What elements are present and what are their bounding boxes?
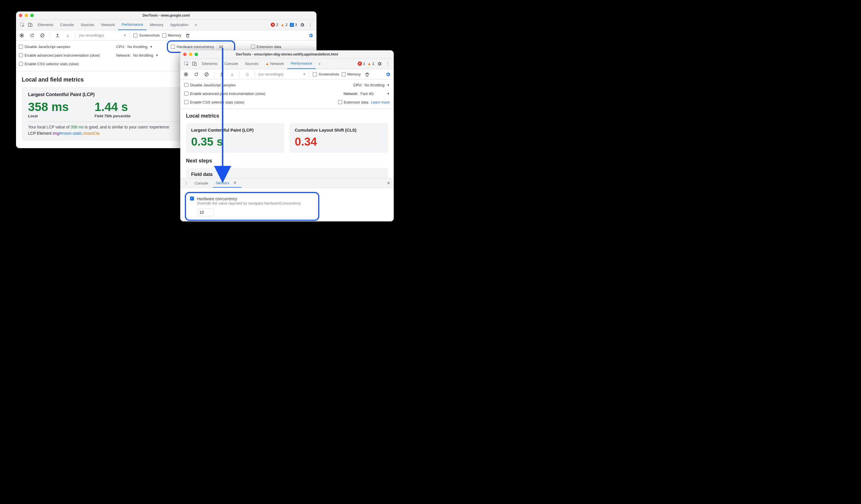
screenshots-checkbox[interactable]: Screenshots — [133, 33, 160, 38]
hardware-concurrency-checkbox[interactable]: Hardware concurrency — [171, 45, 214, 49]
tab-elements[interactable]: Elements — [199, 58, 221, 69]
tab-sources[interactable]: Sources — [77, 19, 98, 30]
lcp-local-label: Local — [28, 114, 69, 118]
maximize-icon[interactable] — [194, 53, 198, 56]
extension-data-checkbox[interactable]: Extension data — [251, 45, 281, 49]
hardware-concurrency-input[interactable]: 10 — [217, 43, 231, 50]
tab-elements[interactable]: Elements — [34, 19, 57, 30]
info-badge[interactable]: i3 — [290, 23, 297, 27]
hardware-concurrency-sensor-checkbox[interactable] — [190, 196, 194, 200]
extension-data-checkbox[interactable]: Extension data — [338, 100, 369, 104]
inspect-icon[interactable] — [182, 60, 191, 68]
memory-label: Memory — [347, 72, 361, 76]
tab-application[interactable]: Application — [167, 19, 192, 30]
reload-record-icon[interactable] — [192, 70, 200, 79]
desc-post: is good, and is similar to your users' e… — [84, 125, 169, 129]
recordings-dropdown[interactable]: (no recordings)▼ — [79, 33, 126, 38]
titlebar: DevTools - emscripten-dbg-stories.netlif… — [180, 50, 394, 58]
tab-console[interactable]: Console — [57, 19, 77, 30]
svg-rect-9 — [194, 63, 196, 66]
close-icon[interactable] — [19, 14, 22, 17]
download-icon[interactable] — [228, 70, 236, 79]
gc-icon[interactable] — [363, 70, 371, 79]
memory-checkbox[interactable]: Memory — [342, 72, 361, 76]
capture-settings-icon[interactable] — [384, 70, 392, 79]
kebab-menu-icon[interactable]: ⋮ — [383, 60, 392, 68]
warnings-badge[interactable]: ▲2 — [281, 23, 288, 27]
extension-data-label: Extension data — [344, 100, 369, 104]
drawer-tab-console[interactable]: Console — [192, 179, 211, 188]
warnings-badge[interactable]: ▲1 — [367, 61, 374, 66]
traffic-lights — [19, 14, 34, 17]
hardware-concurrency-sensor-input[interactable]: 10 — [197, 208, 214, 216]
minimize-icon[interactable] — [25, 14, 28, 17]
home-icon[interactable] — [243, 70, 251, 79]
tab-console[interactable]: Console — [221, 58, 242, 69]
errors-badge[interactable]: ✕2 — [271, 23, 278, 27]
device-toggle-icon[interactable] — [26, 21, 34, 29]
disable-js-checkbox[interactable]: Disable JavaScript samples — [184, 83, 236, 87]
field-data-card: Field data — [186, 168, 388, 178]
drawer-tab-sensors[interactable]: Sensors ✕ — [213, 179, 241, 188]
cpu-throttle-select[interactable]: No throttling▼ — [365, 83, 390, 87]
more-tabs-icon[interactable]: » — [316, 60, 324, 68]
tab-performance[interactable]: Performance — [118, 19, 146, 30]
cpu-throttle-select[interactable]: No throttling▼ — [127, 45, 152, 49]
kebab-menu-icon[interactable]: ⋮ — [182, 179, 190, 187]
learn-more-link[interactable]: Learn more — [371, 100, 390, 104]
paint-instrumentation-checkbox[interactable]: Enable advanced paint instrumentation (s… — [19, 53, 116, 57]
download-icon[interactable] — [64, 31, 72, 40]
recordings-dropdown[interactable]: (no recordings)▼ — [258, 72, 305, 76]
separator — [309, 71, 309, 77]
cpu-label: CPU: — [353, 83, 362, 87]
minimize-icon[interactable] — [189, 53, 192, 56]
tab-sources[interactable]: Sources — [242, 58, 262, 69]
network-label: Network: — [344, 92, 358, 96]
hardware-concurrency-sensor-highlight: Hardware concurrency Override the value … — [185, 192, 319, 221]
cpu-value: No throttling — [365, 83, 385, 87]
kebab-menu-icon[interactable]: ⋮ — [306, 21, 314, 29]
gc-icon[interactable] — [184, 31, 192, 40]
screenshots-checkbox[interactable]: Screenshots — [313, 72, 339, 76]
settings-icon[interactable] — [298, 21, 306, 29]
errors-count: 1 — [363, 61, 365, 66]
disable-js-checkbox[interactable]: Disable JavaScript samples — [19, 45, 116, 49]
close-icon[interactable] — [183, 53, 187, 56]
recordings-placeholder: (no recordings) — [258, 72, 283, 76]
memory-checkbox[interactable]: Memory — [162, 33, 181, 38]
css-stats-checkbox[interactable]: Enable CSS selector stats (slow) — [19, 62, 116, 66]
maximize-icon[interactable] — [30, 14, 34, 17]
reload-record-icon[interactable] — [28, 31, 36, 40]
record-icon[interactable] — [18, 31, 26, 40]
tab-network[interactable]: ▲Network — [262, 58, 288, 69]
separator — [240, 71, 240, 77]
close-tab-icon[interactable]: ✕ — [232, 181, 238, 185]
upload-icon[interactable] — [218, 70, 226, 79]
drawer-tab-sensors-label: Sensors — [216, 181, 230, 185]
window-title: DevTools - www.google.com/ — [142, 13, 190, 17]
info-count: 3 — [295, 23, 297, 27]
clear-icon[interactable] — [203, 70, 210, 79]
network-value: No throttling — [133, 53, 153, 57]
css-stats-label: Enable CSS selector stats (slow) — [25, 62, 79, 66]
css-stats-checkbox[interactable]: Enable CSS selector stats (slow) — [184, 100, 244, 104]
device-toggle-icon[interactable] — [191, 60, 199, 68]
upload-icon[interactable] — [54, 31, 62, 40]
lcp-card: Largest Contentful Paint (LCP) 0.35 s — [186, 123, 284, 153]
clear-icon[interactable] — [38, 31, 46, 40]
capture-settings-icon[interactable] — [307, 31, 315, 40]
record-icon[interactable] — [182, 70, 190, 79]
paint-instrumentation-checkbox[interactable]: Enable advanced paint instrumentation (s… — [184, 92, 265, 96]
errors-badge[interactable]: ✕1 — [358, 61, 365, 66]
tab-performance[interactable]: Performance — [287, 58, 315, 69]
network-throttle-select[interactable]: No throttling▼ — [133, 53, 158, 57]
network-throttle-select[interactable]: Fast 4G▼ — [360, 92, 390, 96]
more-tabs-icon[interactable]: » — [192, 21, 200, 29]
lcp-element-label: LCP Element — [28, 131, 53, 136]
settings-icon[interactable] — [375, 60, 383, 68]
tab-network[interactable]: Network — [98, 19, 119, 30]
css-stats-label: Enable CSS selector stats (slow) — [190, 100, 244, 104]
tab-memory[interactable]: Memory — [147, 19, 167, 30]
close-drawer-icon[interactable]: ✕ — [385, 181, 392, 185]
inspect-icon[interactable] — [18, 21, 26, 29]
